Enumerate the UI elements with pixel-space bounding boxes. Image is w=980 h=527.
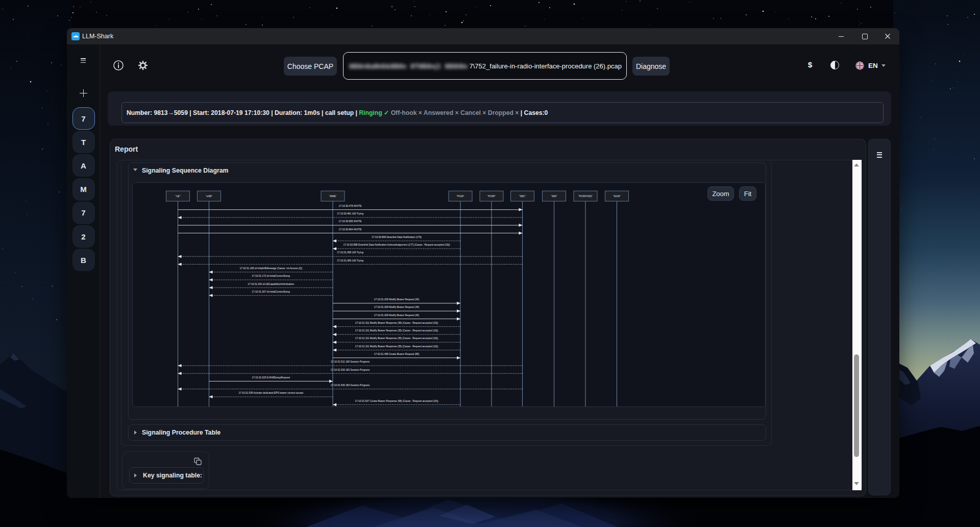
svg-text:17:10:31.066 100 Trying: 17:10:31.066 100 Trying — [337, 259, 363, 262]
svg-text:17:10:30.896 Downlink Data Not: 17:10:30.896 Downlink Data Notification … — [372, 236, 422, 238]
svg-text:17:10:31.311 Modify Bearer Res: 17:10:31.311 Modify Bearer Response (35)… — [355, 329, 438, 332]
svg-text:17:10:30.855 INVITE: 17:10:30.855 INVITE — [339, 220, 362, 223]
svg-text:17:10:31.307 id-InitialContext: 17:10:31.307 id-InitialContextSetup — [252, 291, 290, 293]
svg-text:17:10:31.291 id-UECapabilityIn: 17:10:31.291 id-UECapabilityInfoIndicati… — [248, 283, 294, 285]
svg-text:17:10:31.311 Modify Bearer Res: 17:10:31.311 Modify Bearer Response (35)… — [355, 337, 438, 340]
svg-text:17:10:31.311 Modify Bearer Res: 17:10:31.311 Modify Bearer Response (35)… — [355, 322, 438, 324]
svg-text:"PCRF/HSS": "PCRF/HSS" — [578, 195, 593, 198]
svg-text:17:10:31.058 100 Trying: 17:10:31.058 100 Trying — [337, 251, 363, 254]
svg-text:"MME": "MME" — [329, 195, 337, 198]
svg-text:"SGW": "SGW" — [613, 195, 621, 198]
svg-text:17:10:31.309 Modify Bearer Req: 17:10:31.309 Modify Bearer Request (34) — [374, 314, 420, 317]
svg-text:17:10:31.537 Create Bearer Res: 17:10:31.537 Create Bearer Response (96)… — [355, 400, 438, 402]
svg-text:17:10:30.478 INVITE: 17:10:30.478 INVITE — [339, 205, 362, 207]
svg-text:17:10:31.535 Activate dedicate: 17:10:31.535 Activate dedicated EPS bear… — [238, 392, 303, 394]
svg-text:17:10:31.309 Modify Bearer Req: 17:10:31.309 Modify Bearer Request (34) — [374, 298, 420, 301]
svg-text:"IMS": "IMS" — [551, 195, 557, 198]
svg-text:17:10:31.530 183 Session Progr: 17:10:31.530 183 Session Progress — [331, 384, 370, 387]
svg-text:17:10:30.864 INVITE: 17:10:30.864 INVITE — [339, 228, 362, 231]
svg-text:17:10:31.525 E-RABSetupRequest: 17:10:31.525 E-RABSetupRequest — [252, 376, 290, 379]
svg-text:"PCRF": "PCRF" — [487, 195, 496, 198]
svg-text:17:10:31.165 id-InitialUEMessa: 17:10:31.165 id-InitialUEMessage (Cause:… — [239, 267, 302, 270]
svg-text:17:10:31.172 id-InitialContext: 17:10:31.172 id-InitialContextSetup — [252, 275, 290, 277]
svg-text:17:10:30.481 100 Trying: 17:10:30.481 100 Trying — [337, 212, 363, 215]
svg-text:"eNB": "eNB" — [206, 195, 212, 198]
svg-text:"UE": "UE" — [175, 195, 180, 198]
svg-text:17:10:31.311 Modify Bearer Res: 17:10:31.311 Modify Bearer Response (35)… — [355, 345, 438, 348]
svg-text:17:10:31.309 Modify Bearer Req: 17:10:31.309 Modify Bearer Request (34) — [374, 306, 420, 308]
svg-text:17:10:31.511 183 Session Progr: 17:10:31.511 183 Session Progress — [331, 361, 370, 363]
svg-text:17:10:30.898 Downlink Data Not: 17:10:30.898 Downlink Data Notification … — [343, 244, 450, 246]
svg-text:"PGW": "PGW" — [457, 195, 464, 198]
svg-text:17:10:31.469 Create Bearer Req: 17:10:31.469 Create Bearer Request (95) — [374, 353, 420, 355]
svg-text:"SBC": "SBC" — [519, 195, 526, 198]
svg-text:17:10:31.530 183 Session Progr: 17:10:31.530 183 Session Progress — [331, 369, 370, 371]
